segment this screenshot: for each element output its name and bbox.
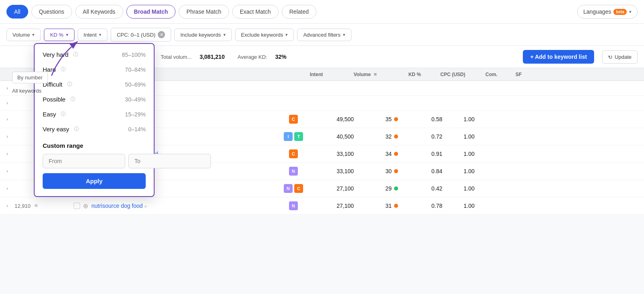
include-keywords-button[interactable]: Include keywords ▾ [174, 29, 231, 41]
cpc-cell: 0.58 [398, 116, 442, 122]
volume-cell: 49,500 [314, 116, 362, 122]
cpc-cell: 0.91 [398, 151, 442, 157]
intent-cell: NC [273, 184, 314, 193]
tab-related[interactable]: Related [282, 5, 316, 19]
by-number-label[interactable]: By number [12, 72, 48, 83]
hard-range: 70–84% [125, 66, 146, 73]
kd-option-easy[interactable]: Easy ⓘ 15–29% [35, 107, 154, 122]
tab-questions[interactable]: Questions [31, 5, 72, 19]
kd-value: 35 [385, 116, 392, 122]
very-hard-label: Very hard [43, 51, 68, 58]
expand-icon[interactable]: › [6, 186, 8, 191]
exclude-label: Exclude keywords [241, 32, 283, 38]
cpc-cell: 0.72 [398, 133, 442, 140]
kd-dot [394, 186, 398, 190]
volume-cell: 33,100 [314, 151, 362, 157]
cpc-cell: 0.42 [398, 185, 442, 192]
kd-option-hard[interactable]: Hard ⓘ 70–84% [35, 62, 154, 77]
volume-cell: 27,100 [314, 185, 362, 192]
cpc-clear-button[interactable]: ✕ [158, 31, 165, 38]
refresh-icon: ↻ [607, 53, 613, 60]
add-to-keyword-list-button[interactable]: + Add to keyword list [523, 50, 594, 64]
com-cell: 1.00 [442, 185, 475, 192]
kd-option-very-hard[interactable]: Very hard ⓘ 85–100% [35, 47, 154, 62]
apply-button[interactable]: Apply [43, 173, 146, 189]
languages-button[interactable]: Languages beta ▾ [577, 5, 638, 19]
keyword-link[interactable]: nutrisource dog food [91, 203, 143, 209]
intent-badge-c: C [289, 149, 298, 158]
kd-chevron-icon: ▾ [66, 32, 68, 37]
tab-all-keywords[interactable]: All Keywords [75, 5, 123, 19]
cpc-cell: 0.78 [398, 203, 442, 209]
keyword-cell: nutrisource dog food » [88, 203, 273, 209]
advanced-filters-button[interactable]: Advanced filters ▾ [297, 29, 351, 41]
exclude-keywords-button[interactable]: Exclude keywords ▾ [235, 29, 294, 41]
cpc-column-header: CPC (USD) [421, 72, 465, 77]
expand-icon[interactable]: › [6, 203, 8, 209]
very-hard-info-icon[interactable]: ⓘ [73, 51, 78, 58]
custom-range-from[interactable] [43, 154, 125, 168]
volume-stat-label: Total volum... [161, 54, 192, 60]
expand-icon[interactable]: › [6, 134, 8, 139]
very-easy-info-icon[interactable]: ⓘ [74, 126, 79, 133]
intent-cell: N [273, 167, 314, 176]
easy-info-icon[interactable]: ⓘ [61, 111, 66, 118]
filter-bar: Volume ▾ KD % ▾ Intent ▾ CPC: 0–1 (USD) … [0, 24, 644, 46]
volume-cell: 33,100 [314, 168, 362, 174]
cpc-filter: CPC: 0–1 (USD) ✕ [111, 28, 171, 41]
volume-label: Volume [12, 32, 30, 38]
expand-icon[interactable]: › [6, 168, 8, 174]
kd-cell: 29 [362, 185, 398, 192]
intent-badge-n: N [289, 201, 298, 210]
volume-filter-button[interactable]: Volume ▾ [6, 29, 41, 41]
intent-badge-c: C [289, 115, 298, 124]
tab-exact-match[interactable]: Exact Match [232, 5, 279, 19]
kd-dot [394, 204, 398, 208]
com-cell: 1.00 [442, 168, 475, 174]
kd-option-possible[interactable]: Possible ⓘ 30–49% [35, 92, 154, 107]
kd-value: 34 [385, 151, 392, 157]
intent-badge-i: I [284, 132, 293, 141]
custom-range-inputs [43, 154, 146, 168]
row-checkbox[interactable] [74, 203, 80, 209]
kd-filter-button[interactable]: KD % ▾ [44, 29, 74, 41]
kd-dot [394, 152, 398, 156]
expand-icon[interactable]: › [6, 116, 8, 122]
possible-label: Possible [43, 96, 66, 103]
difficult-info-icon[interactable]: ⓘ [67, 81, 72, 88]
easy-label: Easy [43, 111, 56, 118]
intent-filter-button[interactable]: Intent ▾ [78, 29, 108, 41]
tab-broad-match[interactable]: Broad Match [126, 5, 176, 19]
hard-info-icon[interactable]: ⓘ [61, 66, 66, 73]
tab-bar: All Questions All Keywords Broad Match P… [0, 0, 644, 24]
expand-icon[interactable]: › [6, 100, 8, 106]
eye-icon[interactable]: 👁 [34, 203, 39, 209]
kd-option-difficult[interactable]: Difficult ⓘ 50–69% [35, 77, 154, 92]
add-circle-icon[interactable]: ⊕ [83, 202, 88, 210]
intent-badge-n: N [289, 167, 298, 176]
possible-info-icon[interactable]: ⓘ [70, 96, 75, 103]
intent-chevron-icon: ▾ [99, 32, 101, 37]
all-keywords-label[interactable]: All keywords [12, 88, 41, 94]
kd-option-very-easy[interactable]: Very easy ⓘ 0–14% [35, 122, 154, 137]
include-chevron-icon: ▾ [223, 32, 226, 37]
very-hard-range: 85–100% [122, 52, 146, 58]
volume-column-header: Volume ≡ [336, 71, 385, 77]
com-column-header: Com. [465, 72, 497, 77]
update-button[interactable]: ↻ Update [602, 50, 638, 64]
tab-phrase-match[interactable]: Phrase Match [179, 5, 229, 19]
row-left-col: › 12,910 👁 [6, 203, 71, 209]
chevron-right-icon: » [144, 204, 147, 209]
tab-all[interactable]: All [6, 5, 28, 19]
intent-label: Intent [84, 32, 97, 38]
com-cell: 1.00 [442, 151, 475, 157]
very-easy-label: Very easy [43, 126, 69, 133]
update-label: Update [615, 54, 632, 60]
volume-sort-icon[interactable]: ≡ [374, 71, 377, 77]
intent-badge-t: T [294, 132, 303, 141]
expand-icon[interactable]: › [6, 85, 8, 91]
custom-range-to[interactable] [128, 154, 211, 168]
exclude-chevron-icon: ▾ [285, 32, 288, 37]
expand-icon[interactable]: › [6, 151, 8, 157]
easy-range: 15–29% [125, 111, 146, 118]
